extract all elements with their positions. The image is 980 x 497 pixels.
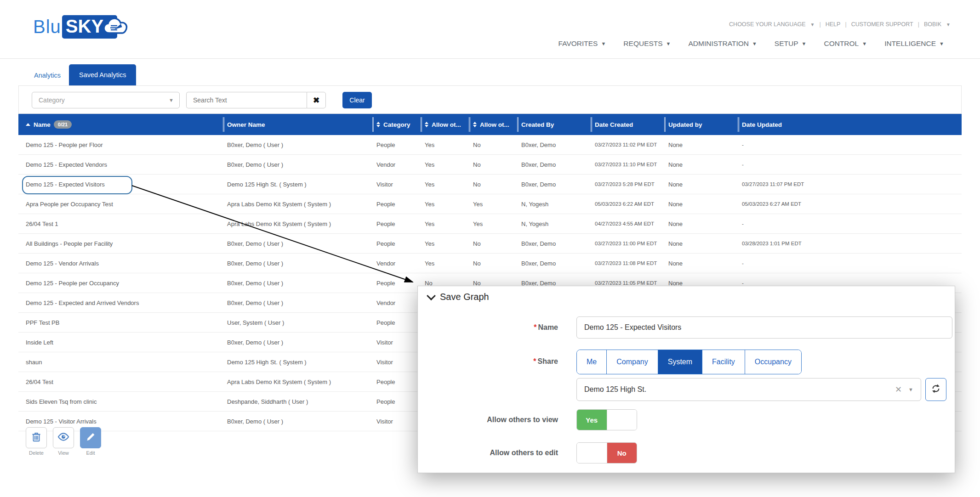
cell-date-updated: 03/27/2023 11:07 PM EDT — [738, 181, 962, 187]
cell-created-by: B0xer, Demo — [517, 240, 591, 247]
scope-dropdown-value: Demo 125 High St. — [584, 385, 646, 394]
cell-name: Demo 125 - Visitor Arrivals — [18, 418, 223, 425]
table-row-selected[interactable]: Demo 125 - Expected VisitorsDemo 125 Hig… — [18, 175, 962, 194]
nav-favorites[interactable]: FAVORITES▼ — [558, 40, 606, 48]
divider: | — [918, 21, 919, 28]
eye-icon — [57, 430, 70, 445]
cell-updated-by: None — [664, 201, 738, 208]
cell-category: People — [372, 220, 421, 227]
table-row[interactable]: Demo 125 - People per FloorB0xer, Demo (… — [18, 135, 962, 155]
cell-allow-view: Yes — [421, 141, 469, 148]
save-graph-dialog: Save Graph *Name *Share MeCompanySystemF… — [417, 286, 955, 473]
search-input[interactable] — [186, 92, 307, 108]
choose-language-link[interactable]: CHOOSE YOUR LANGUAGE — [729, 21, 805, 28]
column-header-date-updated[interactable]: Date Updated — [738, 114, 962, 135]
table-row[interactable]: Demo 125 - Vendor ArrivalsB0xer, Demo ( … — [18, 254, 962, 273]
column-header-owner-name[interactable]: Owner Name — [223, 114, 372, 135]
action-label: View — [58, 450, 69, 456]
clear-search-button[interactable]: ✖ — [307, 92, 326, 108]
cell-created-by: B0xer, Demo — [517, 141, 591, 148]
cell-allow-view: Yes — [421, 240, 469, 247]
nav-intelligence[interactable]: INTELLIGENCE▼ — [884, 40, 944, 48]
cell-date-created: 05/03/2023 6:22 AM EDT — [591, 201, 664, 207]
customer-support-link[interactable]: CUSTOMER SUPPORT — [851, 21, 913, 28]
cell-category: People — [372, 398, 421, 405]
nav-administration[interactable]: ADMINISTRATION▼ — [689, 40, 757, 48]
cell-category: Vendor — [372, 299, 421, 306]
graph-name-input[interactable] — [576, 316, 952, 339]
cell-owner: B0xer, Demo ( User ) — [223, 141, 372, 148]
column-label: Updated by — [668, 121, 702, 128]
column-header-created-by[interactable]: Created By — [517, 114, 591, 135]
cell-name: Demo 125 - Expected and Arrived Vendors — [18, 299, 223, 306]
edit-button[interactable] — [80, 427, 101, 448]
delete-button[interactable] — [26, 427, 47, 448]
cell-allow-view: Yes — [421, 260, 469, 267]
category-select[interactable]: Category ▼ — [32, 92, 180, 108]
action-label: Edit — [86, 450, 95, 456]
nav-requests[interactable]: REQUESTS▼ — [623, 40, 671, 48]
cell-created-by: B0xer, Demo — [517, 260, 591, 267]
nav-setup[interactable]: SETUP▼ — [775, 40, 807, 48]
filter-bar: Category ▼ ✖ Clear — [18, 85, 962, 114]
table-row[interactable]: Demo 125 - Expected VendorsB0xer, Demo (… — [18, 155, 962, 175]
share-option-me[interactable]: Me — [577, 350, 606, 374]
scope-dropdown[interactable]: Demo 125 High St. ✕ ▼ — [576, 378, 921, 401]
table-row[interactable]: 26/04 Test 1Apra Labs Demo Kit System ( … — [18, 214, 962, 234]
caret-down-icon: ▼ — [802, 41, 807, 46]
toggle-off-label: No — [607, 443, 637, 463]
action-view: View — [53, 427, 74, 456]
share-option-system[interactable]: System — [658, 350, 702, 374]
caret-down-icon: ▼ — [666, 41, 671, 46]
cell-allow-view: Yes — [421, 181, 469, 188]
cell-date-updated: - — [738, 142, 962, 147]
tab-analytics[interactable]: Analytics — [26, 65, 69, 85]
table-row[interactable]: Apra People per Occupancy TestApra Labs … — [18, 194, 962, 214]
user-menu-link[interactable]: BOBIK — [924, 21, 941, 28]
cell-owner: Deshpande, Siddharth ( User ) — [223, 398, 372, 405]
column-label: Owner Name — [227, 121, 265, 128]
cell-category: Visitor — [372, 418, 421, 425]
caret-down-icon: ▼ — [752, 41, 757, 46]
refresh-button[interactable] — [925, 378, 946, 401]
cell-date-created: 04/27/2023 4:55 AM EDT — [591, 221, 664, 226]
nav-control[interactable]: CONTROL▼ — [824, 40, 867, 48]
share-option-occupancy[interactable]: Occupancy — [745, 350, 801, 374]
dialog-title: Save Graph — [428, 292, 489, 302]
cell-updated-by: None — [664, 161, 738, 168]
cell-category: Visitor — [372, 359, 421, 366]
cell-updated-by: None — [664, 141, 738, 148]
column-header-category[interactable]: Category — [372, 114, 421, 135]
help-link[interactable]: HELP — [826, 21, 841, 28]
table-row[interactable]: All Buildings - People per FacilityB0xer… — [18, 234, 962, 254]
view-button[interactable] — [53, 427, 74, 448]
top-header: Blu SKY CHOOSE YOUR LANGUAGE ▼ | HELP | … — [0, 0, 980, 59]
cell-allow-edit: No — [469, 240, 517, 247]
selection-count-badge: 0/21 — [54, 120, 72, 129]
share-option-company[interactable]: Company — [606, 350, 657, 374]
column-header-allow-ot-[interactable]: Allow ot... — [421, 114, 469, 135]
allow-view-toggle[interactable]: Yes — [576, 409, 637, 430]
caret-down-icon[interactable]: ▼ — [908, 387, 913, 392]
sort-both-icon — [425, 122, 428, 127]
cell-updated-by: None — [664, 260, 738, 267]
cell-allow-edit: No — [469, 260, 517, 267]
allow-edit-toggle[interactable]: No — [576, 442, 637, 463]
logo-text-blu: Blu — [33, 17, 61, 37]
cell-updated-by: None — [664, 181, 738, 188]
caret-down-icon: ▼ — [862, 41, 867, 46]
cell-allow-edit: No — [469, 181, 517, 188]
cell-category: Vendor — [372, 161, 421, 168]
tab-saved-analytics[interactable]: Saved Analytics — [69, 64, 136, 85]
column-header-date-created[interactable]: Date Created — [591, 114, 664, 135]
chevron-down-icon[interactable] — [427, 291, 436, 300]
clear-selection-icon[interactable]: ✕ — [895, 384, 902, 395]
trash-icon — [30, 431, 42, 445]
share-option-facility[interactable]: Facility — [702, 350, 745, 374]
clear-button[interactable]: Clear — [342, 92, 372, 108]
column-header-updated-by[interactable]: Updated by — [664, 114, 738, 135]
cell-created-by: N, Yogesh — [517, 220, 591, 227]
column-header-allow-ot-[interactable]: Allow ot... — [469, 114, 517, 135]
column-header-name[interactable]: Name0/21 — [18, 114, 223, 135]
column-label: Name — [34, 121, 51, 128]
